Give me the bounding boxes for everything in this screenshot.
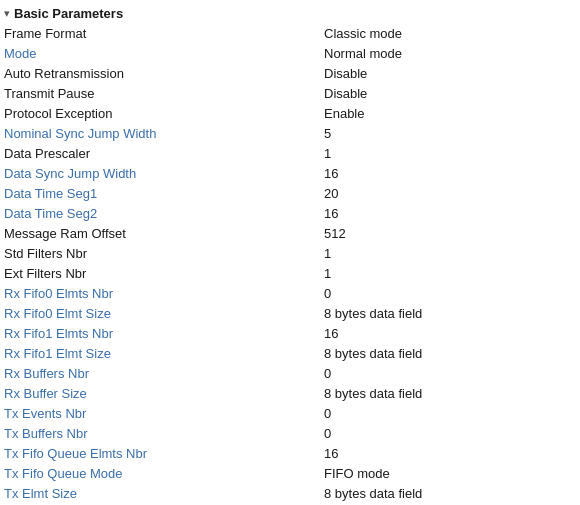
param-value: FIFO mode: [320, 463, 580, 483]
table-row: Tx Fifo Queue ModeFIFO mode: [0, 463, 580, 483]
param-value: 0: [320, 423, 580, 443]
param-name: Auto Retransmission: [0, 63, 320, 83]
table-row: Nominal Sync Jump Width5: [0, 123, 580, 143]
param-name: Mode: [0, 43, 320, 63]
param-name: Transmit Pause: [0, 83, 320, 103]
param-value: 8 bytes data field: [320, 303, 580, 323]
table-row: Tx Events Nbr0: [0, 403, 580, 423]
param-name: Ext Filters Nbr: [0, 263, 320, 283]
table-row: Rx Buffers Nbr0: [0, 363, 580, 383]
param-name: Tx Fifo Queue Elmts Nbr: [0, 443, 320, 463]
table-row: Data Time Seg216: [0, 203, 580, 223]
param-name: Std Filters Nbr: [0, 243, 320, 263]
param-value: 8 bytes data field: [320, 343, 580, 363]
param-name: Tx Buffers Nbr: [0, 423, 320, 443]
param-value: Enable: [320, 103, 580, 123]
param-name: Tx Fifo Queue Mode: [0, 463, 320, 483]
param-value: Disable: [320, 63, 580, 83]
param-name: Frame Format: [0, 23, 320, 43]
table-row: ModeNormal mode: [0, 43, 580, 63]
table-row: Rx Fifo0 Elmts Nbr0: [0, 283, 580, 303]
table-row: Tx Fifo Queue Elmts Nbr16: [0, 443, 580, 463]
param-value: 8 bytes data field: [320, 383, 580, 403]
table-row: Rx Fifo0 Elmt Size8 bytes data field: [0, 303, 580, 323]
param-value: 16: [320, 323, 580, 343]
param-value: 5: [320, 123, 580, 143]
param-value: 20: [320, 183, 580, 203]
table-row: Frame FormatClassic mode: [0, 23, 580, 43]
table-row: Rx Fifo1 Elmts Nbr16: [0, 323, 580, 343]
param-name: Nominal Sync Jump Width: [0, 123, 320, 143]
params-table: Frame FormatClassic modeModeNormal modeA…: [0, 23, 580, 503]
param-value: 16: [320, 443, 580, 463]
param-name: Data Time Seg1: [0, 183, 320, 203]
param-name: Rx Buffer Size: [0, 383, 320, 403]
param-name: Rx Fifo1 Elmt Size: [0, 343, 320, 363]
param-name: Data Prescaler: [0, 143, 320, 163]
tree-container: ▾ Basic Parameters Frame FormatClassic m…: [0, 0, 580, 505]
table-row: Ext Filters Nbr1: [0, 263, 580, 283]
table-row: Data Time Seg120: [0, 183, 580, 203]
table-row: Transmit PauseDisable: [0, 83, 580, 103]
param-name: Rx Fifo1 Elmts Nbr: [0, 323, 320, 343]
table-row: Std Filters Nbr1: [0, 243, 580, 263]
section-header[interactable]: ▾ Basic Parameters: [0, 4, 580, 23]
param-name: Data Sync Jump Width: [0, 163, 320, 183]
param-value: 1: [320, 143, 580, 163]
table-row: Protocol ExceptionEnable: [0, 103, 580, 123]
param-name: Message Ram Offset: [0, 223, 320, 243]
param-value: 0: [320, 283, 580, 303]
table-row: Tx Buffers Nbr0: [0, 423, 580, 443]
param-name: Tx Elmt Size: [0, 483, 320, 503]
table-row: Tx Elmt Size8 bytes data field: [0, 483, 580, 503]
param-value: 0: [320, 363, 580, 383]
chevron-icon: ▾: [4, 7, 10, 20]
table-row: Rx Buffer Size8 bytes data field: [0, 383, 580, 403]
section-title: Basic Parameters: [14, 6, 123, 21]
param-name: Rx Fifo0 Elmts Nbr: [0, 283, 320, 303]
param-name: Rx Buffers Nbr: [0, 363, 320, 383]
param-value: Disable: [320, 83, 580, 103]
param-value: 16: [320, 203, 580, 223]
param-value: 512: [320, 223, 580, 243]
param-name: Tx Events Nbr: [0, 403, 320, 423]
param-value: Normal mode: [320, 43, 580, 63]
param-value: 1: [320, 243, 580, 263]
param-name: Protocol Exception: [0, 103, 320, 123]
table-row: Auto RetransmissionDisable: [0, 63, 580, 83]
param-value: Classic mode: [320, 23, 580, 43]
param-value: 8 bytes data field: [320, 483, 580, 503]
param-value: 1: [320, 263, 580, 283]
param-name: Data Time Seg2: [0, 203, 320, 223]
param-value: 0: [320, 403, 580, 423]
table-row: Data Sync Jump Width16: [0, 163, 580, 183]
param-value: 16: [320, 163, 580, 183]
param-name: Rx Fifo0 Elmt Size: [0, 303, 320, 323]
table-row: Data Prescaler1: [0, 143, 580, 163]
table-row: Message Ram Offset512: [0, 223, 580, 243]
table-row: Rx Fifo1 Elmt Size8 bytes data field: [0, 343, 580, 363]
